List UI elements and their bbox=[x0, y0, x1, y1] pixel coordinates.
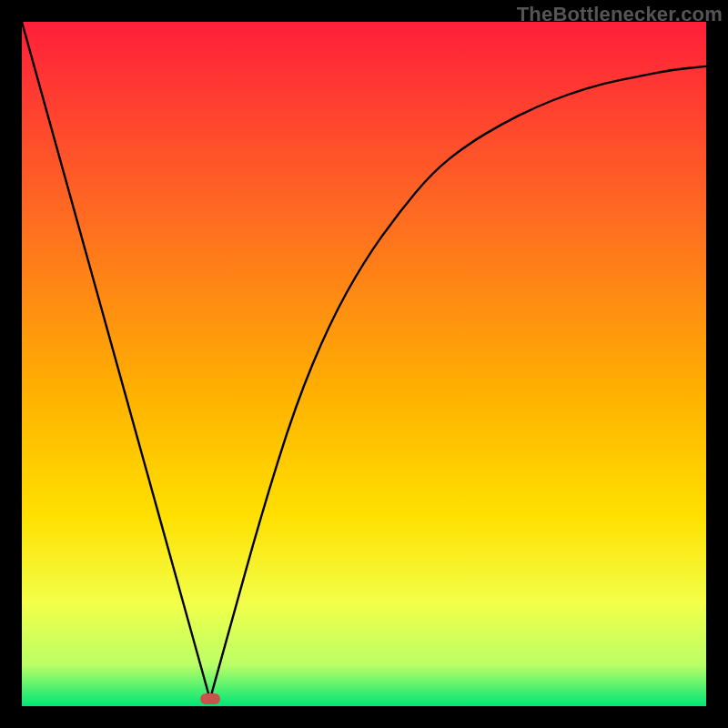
bottleneck-curve bbox=[22, 22, 706, 706]
chart-stage: TheBottlenecker.com bbox=[0, 0, 728, 728]
optimal-point-marker bbox=[200, 693, 220, 704]
watermark-text: TheBottlenecker.com bbox=[517, 3, 723, 26]
plot-area bbox=[22, 22, 706, 706]
